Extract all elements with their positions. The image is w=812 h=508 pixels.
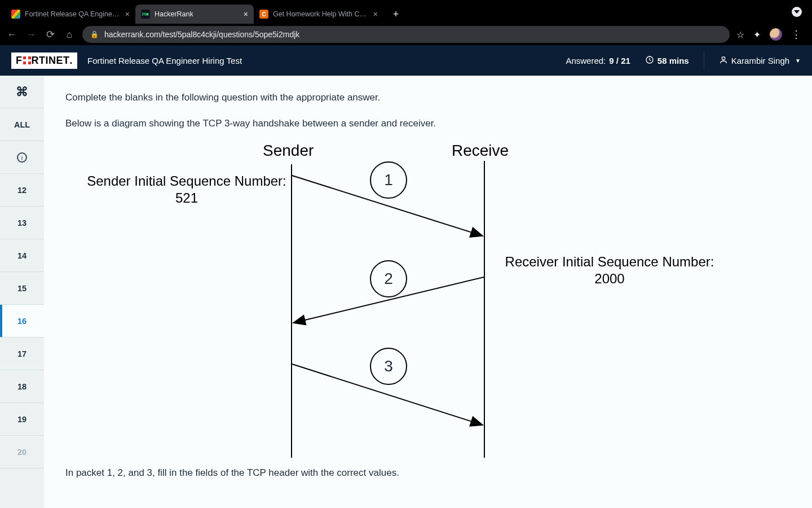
answered-counter: Answered: 9 / 21: [566, 56, 630, 65]
chegg-icon: C: [259, 10, 268, 19]
question-intro: Complete the blanks in the following que…: [65, 90, 789, 105]
tab-title: HackerRank: [155, 10, 239, 18]
back-button[interactable]: ←: [6, 29, 18, 41]
app-header: FRTINET. Fortinet Release QA Engineer Hi…: [0, 45, 812, 76]
lock-icon: 🔒: [90, 30, 99, 38]
packet-1-label: 1: [370, 161, 407, 199]
logo-text-right: RTINET: [32, 55, 70, 67]
sidebar-all[interactable]: ALL: [0, 108, 44, 141]
hackerrank-icon: H■: [141, 10, 150, 19]
test-title: Fortinet Release QA Engineer Hiring Test: [87, 56, 242, 65]
browser-tab-strip: Fortinet Release QA Engineer H × H■ Hack…: [0, 0, 812, 24]
time-remaining: 58 mins: [645, 55, 689, 66]
sidebar-question-12[interactable]: 12: [0, 174, 44, 207]
gmail-icon: [11, 10, 20, 19]
tcp-handshake-diagram: Sender Receive Sender Initial Sequence N…: [65, 142, 720, 458]
chevron-down-icon: ▼: [795, 58, 801, 64]
browser-tab-gmail[interactable]: Fortinet Release QA Engineer H ×: [6, 5, 135, 24]
user-menu[interactable]: Karambir Singh ▼: [719, 55, 801, 66]
packet-3-label: 3: [370, 348, 407, 385]
browser-toolbar: ← → ⟳ ⌂ 🔒 hackerrank.com/test/5pal8c4ckj…: [0, 24, 812, 45]
question-content: Complete the blanks in the following que…: [44, 76, 812, 508]
logo-red-icon: [23, 56, 31, 64]
workspace: ⌘ ALL i 121314151617181920 Complete the …: [0, 76, 812, 508]
header-separator: [704, 51, 704, 69]
new-tab-button[interactable]: +: [388, 6, 404, 22]
sidebar-question-17[interactable]: 17: [0, 338, 44, 370]
time-value: 58 mins: [657, 56, 689, 65]
packet-2-label: 2: [370, 260, 407, 297]
answered-label: Answered:: [566, 56, 606, 65]
sidebar-question-14[interactable]: 14: [0, 239, 44, 272]
svg-point-1: [722, 56, 725, 59]
user-name: Karambir Singh: [731, 56, 789, 65]
sidebar-question-20[interactable]: 20: [0, 436, 44, 468]
close-icon[interactable]: ×: [373, 10, 378, 19]
browser-tab-hackerrank[interactable]: H■ HackerRank ×: [135, 5, 254, 24]
home-button[interactable]: ⌂: [63, 29, 76, 41]
bookmark-star-icon[interactable]: ☆: [736, 29, 744, 40]
sidebar-question-19[interactable]: 19: [0, 403, 44, 436]
close-icon[interactable]: ×: [244, 10, 248, 19]
sidebar-command-icon[interactable]: ⌘: [0, 76, 44, 108]
sidebar-question-15[interactable]: 15: [0, 272, 44, 305]
tabs-right-controls: [792, 0, 812, 24]
question-description: Below is a diagram showing the TCP 3-way…: [65, 116, 789, 131]
chrome-menu-icon[interactable]: ⋮: [791, 28, 802, 41]
answered-value: 9 / 21: [609, 56, 630, 65]
tab-title: Get Homework Help With Cheg: [273, 10, 369, 18]
sidebar-question-13[interactable]: 13: [0, 207, 44, 239]
tab-title: Fortinet Release QA Engineer H: [25, 10, 121, 18]
question-footer: In packet 1, 2, and 3, fill in the field…: [65, 466, 789, 480]
chrome-account-icon[interactable]: [792, 7, 802, 17]
forward-button[interactable]: →: [25, 29, 37, 41]
profile-avatar[interactable]: [770, 28, 782, 41]
sidebar-question-18[interactable]: 18: [0, 370, 44, 403]
extensions-icon[interactable]: ✦: [753, 29, 761, 40]
clock-icon: [645, 55, 654, 66]
person-icon: [719, 55, 728, 66]
browser-tab-chegg[interactable]: C Get Homework Help With Cheg ×: [254, 5, 383, 24]
url-text: hackerrank.com/test/5pal8c4ckji/question…: [104, 30, 299, 39]
close-icon[interactable]: ×: [125, 10, 130, 19]
logo-text-left: F: [16, 55, 23, 67]
sidebar-info-icon[interactable]: i: [0, 141, 44, 174]
reload-button[interactable]: ⟳: [44, 28, 56, 41]
sidebar-question-16[interactable]: 16: [0, 305, 44, 338]
address-bar[interactable]: 🔒 hackerrank.com/test/5pal8c4ckji/questi…: [82, 26, 730, 43]
question-sidebar: ⌘ ALL i 121314151617181920: [0, 76, 44, 508]
fortinet-logo: FRTINET.: [11, 52, 77, 69]
